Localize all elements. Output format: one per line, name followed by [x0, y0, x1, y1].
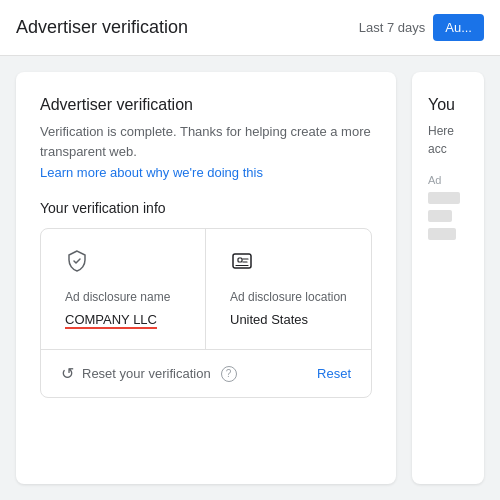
disclosure-name-value: COMPANY LLC [65, 312, 157, 329]
reset-bar: ↺ Reset your verification ? Reset [41, 349, 371, 397]
info-card-grid: Ad disclosure name COMPANY LLC [41, 229, 371, 349]
skeleton-bar-2 [428, 210, 452, 222]
reset-label-text: Reset your verification [82, 366, 211, 381]
disclosure-name-label: Ad disclosure name [65, 290, 170, 304]
reset-action-link[interactable]: Reset [317, 366, 351, 381]
reset-left: ↺ Reset your verification ? [61, 364, 237, 383]
skeleton-bar-3 [428, 228, 456, 240]
right-panel-title: You [428, 96, 468, 114]
page-title: Advertiser verification [16, 17, 188, 38]
section-label: Your verification info [40, 200, 372, 216]
learn-more-link[interactable]: Learn more about why we're doing this [40, 165, 263, 180]
aug-button[interactable]: Au... [433, 14, 484, 41]
shield-icon [65, 249, 89, 278]
right-panel-subtitle: Hereacc [428, 122, 468, 158]
disclosure-location-label: Ad disclosure location [230, 290, 347, 304]
reset-icon: ↺ [61, 364, 74, 383]
help-icon[interactable]: ? [221, 366, 237, 382]
date-range-label: Last 7 days [359, 20, 426, 35]
skeleton-bar-1 [428, 192, 460, 204]
left-panel-title: Advertiser verification [40, 96, 372, 114]
top-bar-right: Last 7 days Au... [359, 14, 484, 41]
svg-rect-1 [238, 258, 242, 262]
skeleton-label: Ad [428, 174, 468, 186]
right-panel: You Hereacc Ad [412, 72, 484, 484]
verification-status-text: Verification is complete. Thanks for hel… [40, 122, 372, 161]
verification-info-card: Ad disclosure name COMPANY LLC [40, 228, 372, 398]
left-panel: Advertiser verification Verification is … [16, 72, 396, 484]
id-card-icon [230, 249, 254, 278]
disclosure-location-cell: Ad disclosure location United States [206, 229, 371, 349]
top-bar: Advertiser verification Last 7 days Au..… [0, 0, 500, 56]
disclosure-name-cell: Ad disclosure name COMPANY LLC [41, 229, 206, 349]
disclosure-location-value: United States [230, 312, 308, 327]
main-content: Advertiser verification Verification is … [0, 56, 500, 500]
